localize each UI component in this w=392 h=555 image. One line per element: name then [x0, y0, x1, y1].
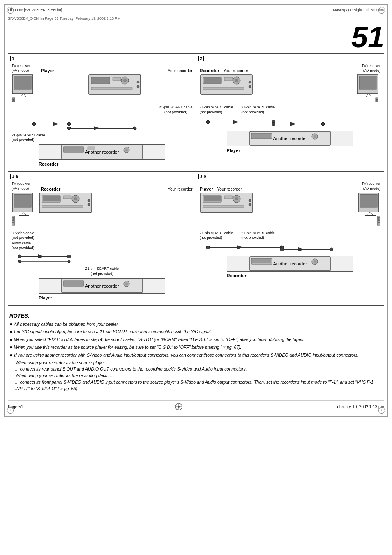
note-text-5: If you are using another recorder with S… — [14, 352, 383, 359]
svg-point-22 — [133, 127, 136, 130]
svg-rect-119 — [252, 259, 271, 263]
box2-cables — [200, 116, 381, 129]
svg-point-65 — [12, 217, 14, 219]
note-bullet-4: ● — [9, 344, 12, 351]
box1-number: 1 — [10, 56, 16, 61]
note-bullet-3: ● — [9, 336, 12, 343]
box1-cable1-label: 21-pin SCART cable(not provided) — [159, 105, 193, 115]
box2-main-vcr — [200, 74, 355, 97]
box1-bottom-role: Recorder — [39, 161, 165, 166]
header-masterpage: Masterpage:Right-Full-NoTitle0 — [333, 8, 384, 12]
box3a-number: 3-a — [10, 174, 19, 179]
svg-point-106 — [378, 217, 380, 219]
svg-rect-73 — [63, 196, 71, 199]
box3a-svideo-label: S-Video cable(not provided) — [12, 231, 193, 240]
svg-point-37 — [249, 81, 251, 83]
note-bullet-5: ● — [9, 352, 12, 359]
svg-point-81 — [67, 255, 71, 258]
svg-point-21 — [67, 127, 71, 130]
svg-point-80 — [18, 255, 21, 258]
svg-point-14 — [137, 81, 139, 83]
svg-rect-96 — [224, 196, 233, 199]
box3b-devices — [200, 192, 381, 229]
box2-number: 2 — [198, 56, 204, 61]
box3b-number: 3-b — [198, 174, 208, 179]
box2-tv-svg — [357, 74, 380, 104]
note-cont-3: When using your recorder as the recordin… — [15, 373, 383, 379]
note-item-5: ● If you are using another recorder with… — [9, 352, 383, 359]
note-cont-4: ... connect its front panel S-VIDEO and … — [15, 379, 383, 392]
note-item-1: ● All necessary cables can be obtained f… — [9, 321, 383, 328]
box2-cable-svg — [200, 116, 360, 128]
box2-recorder-label: Recorder — [200, 68, 219, 73]
svg-rect-40 — [359, 76, 376, 89]
svg-line-42 — [369, 94, 371, 97]
box1-tv-svg — [12, 74, 35, 104]
box3a-devices — [12, 192, 193, 229]
reg-mark-tl: + — [7, 7, 14, 14]
svg-point-90 — [125, 283, 128, 285]
box1-cable1-area: 21-pin SCART cable(not provided) — [12, 105, 193, 115]
svg-point-107 — [378, 219, 380, 221]
box3b-another-recorder-label: Another recorder — [273, 261, 307, 266]
box1-another-recorder-container: Another recorder Recorder — [39, 144, 165, 166]
svg-point-47 — [206, 120, 210, 124]
svg-point-78 — [88, 203, 90, 206]
box3a-tv-label: TV receiver(AV mode) — [12, 182, 34, 191]
box3a-tv-area — [12, 192, 37, 229]
svg-point-66 — [12, 219, 14, 221]
box3a-tv-svg — [12, 192, 37, 229]
box3b-another-recorder-container: Another recorder Recorder — [227, 256, 353, 278]
box3a-cable-svg — [12, 251, 172, 266]
note-text-4: When you use this recorder as the source… — [14, 344, 383, 351]
box3a-another-recorder-container: Another recorder Player — [39, 278, 165, 300]
diagram-box3b: 3-b Player Your recorder TV receiver(AV … — [196, 172, 384, 305]
svg-point-85 — [68, 260, 70, 263]
box2-devices — [200, 74, 381, 104]
svg-rect-56 — [252, 134, 271, 138]
svg-point-6 — [13, 99, 14, 101]
svg-rect-1 — [14, 76, 31, 89]
box1-cables — [12, 116, 193, 132]
notes-section: NOTES: ● All necessary cables can be obt… — [8, 312, 384, 392]
svg-marker-53 — [290, 122, 296, 126]
footer: Page 51 February 19, 2002 1:13 pm — [8, 400, 384, 413]
svg-rect-70 — [43, 196, 60, 201]
box3a-vcr-svg — [39, 192, 92, 217]
note-text-2: For Y/C signal input/output, be sure to … — [14, 329, 383, 335]
svg-point-114 — [280, 248, 284, 251]
svg-rect-36 — [203, 87, 244, 90]
box1-player-vcr-svg — [88, 74, 141, 97]
box3a-scart-label: 21-pin SCART cable(not provided) — [12, 267, 193, 276]
svg-rect-13 — [91, 87, 132, 90]
box3b-vcr-svg — [200, 192, 253, 215]
svg-point-52 — [321, 122, 325, 126]
header-subfile: SR-VS30EK_3-EN.fm Page 51 Tuesday, Febru… — [8, 16, 384, 21]
box1-another-recorder-label: Another recorder — [85, 150, 119, 154]
svg-point-108 — [378, 222, 380, 223]
box3a-your-recorder-label: Your recorder — [168, 187, 192, 191]
box2-cable-labels: 21-pin SCART cable(not provided) 21-pin … — [200, 105, 381, 115]
svg-point-98 — [249, 199, 251, 202]
box1-cable-svg — [12, 116, 172, 132]
box3a-another-recorder-box: Another recorder — [39, 278, 165, 294]
header: Filename [SR-VS30EK_3-EN.fm] Masterpage:… — [8, 8, 384, 14]
box2-your-recorder-label: Your recorder — [224, 69, 248, 73]
notes-title: NOTES: — [9, 312, 383, 319]
svg-point-84 — [18, 260, 21, 263]
box1-cable2-label: 21-pin SCART cable(not provided) — [12, 133, 193, 143]
svg-point-45 — [376, 99, 378, 101]
svg-point-99 — [249, 203, 251, 206]
svg-line-41 — [366, 94, 369, 97]
svg-point-11 — [123, 79, 127, 82]
svg-line-102 — [367, 212, 370, 215]
box3b-cable-svg — [200, 241, 360, 253]
box3a-cables — [12, 251, 193, 267]
box3a-main-vcr — [39, 192, 193, 218]
note-item-2: ● For Y/C signal input/output, be sure t… — [9, 329, 383, 335]
svg-line-103 — [370, 212, 373, 215]
box2-tv-label: TV receiver(AV mode) — [358, 64, 380, 73]
note-bullet-2: ● — [9, 328, 12, 335]
note-cont-2: ... connect its rear panel S OUT and AUD… — [15, 366, 383, 373]
box3b-cable2-label: 21-pin SCART cable(not provided) — [241, 231, 275, 240]
